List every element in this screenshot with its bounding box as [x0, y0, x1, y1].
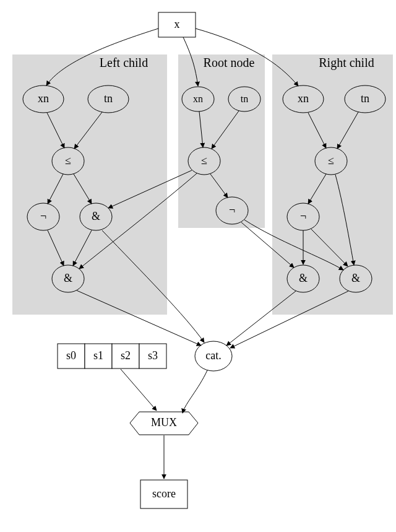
score-node: score: [140, 480, 187, 508]
left-child-title: Left child: [100, 56, 148, 69]
svg-text:≤: ≤: [65, 154, 71, 167]
svg-text:¬: ¬: [300, 210, 306, 222]
x-node: x: [158, 12, 196, 37]
right-and-l: &: [287, 265, 319, 292]
svg-text:&: &: [351, 272, 360, 284]
right-xn: xn: [283, 85, 324, 113]
root-tn: tn: [228, 87, 260, 111]
svg-text:xn: xn: [193, 94, 203, 104]
root-not: ¬: [216, 197, 248, 224]
root-le: ≤: [188, 147, 220, 175]
svg-text:&: &: [299, 272, 308, 284]
edge-cat-mux: [183, 370, 207, 413]
right-not: ¬: [287, 203, 319, 230]
svg-text:tn: tn: [361, 92, 369, 105]
svg-text:≤: ≤: [328, 154, 334, 167]
left-le: ≤: [52, 147, 84, 175]
svg-text:x: x: [174, 18, 180, 30]
svg-text:≤: ≤: [201, 154, 207, 167]
right-tn: tn: [345, 85, 385, 113]
root-node-title: Root node: [204, 56, 255, 69]
svg-text:score: score: [152, 487, 176, 500]
cat-node: cat.: [195, 341, 232, 371]
scores-record: s0 s1 s2 s3: [58, 344, 166, 368]
left-and1: &: [80, 203, 112, 230]
svg-text:&: &: [64, 272, 72, 284]
svg-text:¬: ¬: [229, 204, 235, 216]
left-tn: tn: [88, 85, 129, 113]
svg-text:s3: s3: [148, 349, 158, 362]
edge-right-andl-cat: [226, 291, 296, 346]
left-not: ¬: [27, 203, 59, 230]
right-le: ≤: [315, 147, 347, 175]
svg-text:s1: s1: [93, 349, 103, 362]
svg-text:¬: ¬: [40, 210, 46, 222]
svg-text:tn: tn: [104, 92, 113, 105]
svg-text:&: &: [92, 210, 100, 222]
root-xn: xn: [182, 87, 214, 111]
left-xn: xn: [23, 85, 64, 113]
svg-text:xn: xn: [38, 92, 49, 105]
svg-text:MUX: MUX: [151, 416, 177, 429]
edge-scores-mux: [121, 369, 157, 411]
svg-text:cat.: cat.: [205, 349, 221, 362]
svg-text:s2: s2: [121, 349, 131, 362]
svg-text:tn: tn: [241, 94, 248, 104]
svg-text:xn: xn: [298, 92, 309, 105]
left-and2: &: [52, 265, 84, 292]
mux-node: MUX: [130, 412, 198, 435]
right-and-r: &: [340, 265, 372, 292]
svg-text:s0: s0: [66, 349, 76, 362]
right-child-title: Right child: [319, 56, 374, 70]
